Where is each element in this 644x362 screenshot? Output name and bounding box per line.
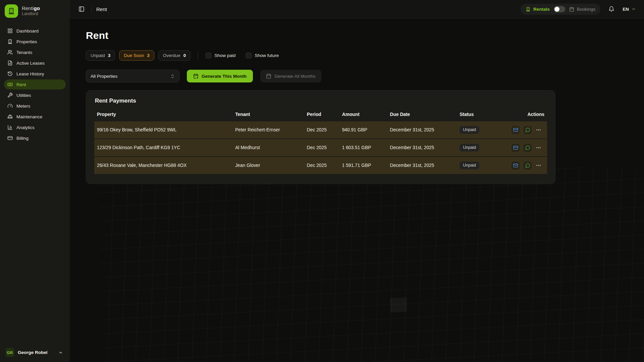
more-actions-icon [536, 145, 541, 150]
filter-divider [198, 51, 198, 60]
status-badge: Unpaid [460, 162, 479, 169]
message-action-button[interactable] [523, 161, 532, 170]
cell-tenant: Jean Glover [232, 157, 304, 174]
show-future-toggle[interactable]: Show future [246, 53, 279, 58]
column-header-period: Period [304, 108, 339, 121]
sidebar-item-rent[interactable]: Rent [4, 79, 66, 89]
row-menu-button[interactable] [535, 161, 542, 170]
message-action-button[interactable] [523, 125, 532, 135]
sidebar-item-label: Meters [16, 104, 30, 109]
show-paid-checkbox[interactable] [206, 53, 211, 58]
chevrons-up-down-icon [170, 74, 175, 79]
banknote-icon [7, 82, 13, 87]
building-icon [526, 7, 531, 12]
column-header-due-date: Due Date [387, 108, 457, 121]
main-area: Rent Rentals Bookings [70, 0, 644, 362]
more-actions-icon [536, 127, 541, 133]
chevron-up-icon [58, 350, 63, 355]
row-menu-button[interactable] [535, 126, 542, 134]
sidebar: Rentigo Landlord Dashboard Properties Te… [0, 0, 70, 362]
message-action-button[interactable] [523, 143, 532, 153]
cell-period: Dec 2025 [304, 157, 339, 174]
show-paid-toggle[interactable]: Show paid [206, 53, 235, 58]
sidebar-item-maintenance[interactable]: Maintenance [4, 112, 66, 122]
generate-all-months-button[interactable]: Generate All Months [260, 70, 321, 82]
rent-payments-table: Property Tenant Period Amount Due Date S… [94, 107, 547, 175]
page-title: Rent [86, 30, 628, 41]
sidebar-item-dashboard[interactable]: Dashboard [4, 26, 66, 36]
filter-chip-overdue[interactable]: Overdue 0 [158, 50, 191, 61]
filter-chip-label: Due Soon [124, 53, 144, 58]
cell-period: Dec 2025 [304, 121, 339, 138]
history-icon [7, 71, 13, 76]
show-paid-label: Show paid [214, 53, 235, 58]
sidebar-item-properties[interactable]: Properties [4, 37, 66, 47]
user-name: George Robel [18, 350, 55, 355]
sidebar-item-utilities[interactable]: Utilities [4, 90, 66, 100]
show-future-label: Show future [255, 53, 279, 58]
mail-icon [513, 127, 518, 132]
email-action-button[interactable] [511, 125, 520, 135]
cell-actions [507, 121, 547, 138]
calendar-plus-icon [193, 73, 199, 79]
sidebar-item-analytics[interactable]: Analytics [4, 122, 66, 132]
mode-bookings[interactable]: Bookings [569, 7, 596, 12]
sidebar-item-label: Billing [16, 136, 29, 141]
sidebar-toggle-button[interactable] [76, 4, 87, 14]
property-select[interactable]: All Properties [86, 70, 179, 82]
mode-toggle[interactable] [554, 6, 565, 12]
chevron-down-icon [631, 7, 636, 11]
brand-subtitle: Landlord [22, 11, 40, 17]
cell-due-date: December 31st, 2025 [387, 121, 457, 138]
filter-row: Unpaid 3 Due Soon 3 Overdue 0 Show paid [86, 50, 628, 61]
message-circle-icon [525, 163, 530, 168]
message-circle-icon [525, 145, 530, 150]
language-selector[interactable]: EN [623, 7, 636, 12]
topbar: Rent Rentals Bookings [70, 0, 644, 18]
mode-bookings-label: Bookings [577, 7, 596, 12]
cell-amount: 1 603.51 GBP [339, 139, 387, 156]
generate-this-month-button[interactable]: Generate This Month [187, 70, 253, 82]
generate-this-month-label: Generate This Month [202, 74, 247, 79]
cell-status: Unpaid [457, 121, 507, 138]
gauge-icon [7, 103, 13, 109]
filter-chip-due-soon[interactable]: Due Soon 3 [119, 50, 154, 61]
show-future-checkbox[interactable] [246, 53, 252, 58]
email-action-button[interactable] [511, 161, 520, 170]
email-action-button[interactable] [511, 143, 520, 153]
sidebar-item-label: Tenants [16, 50, 32, 55]
status-badge: Unpaid [460, 144, 479, 152]
filter-chip-count: 3 [108, 53, 111, 58]
more-actions-icon [536, 163, 541, 168]
users-icon [7, 50, 13, 55]
sidebar-item-lease-history[interactable]: Lease History [4, 69, 66, 79]
mode-rentals[interactable]: Rentals [526, 7, 550, 12]
topbar-title: Rent [96, 6, 107, 12]
language-code: EN [623, 7, 629, 12]
sidebar-item-meters[interactable]: Meters [4, 101, 66, 111]
table-row: 26/43 Roxane Vale, Manchester HG88 4OX J… [94, 157, 547, 174]
bar-chart-icon [7, 125, 13, 130]
cell-tenant: Peter Reichert-Ernser [232, 121, 304, 138]
sidebar-item-label: Analytics [16, 125, 35, 130]
cell-amount: 940.91 GBP [339, 121, 387, 138]
credit-card-icon [7, 135, 13, 141]
notifications-button[interactable] [607, 5, 616, 13]
filter-chip-count: 0 [183, 53, 186, 58]
row-menu-button[interactable] [535, 143, 542, 152]
column-header-status: Status [457, 108, 507, 121]
sidebar-item-tenants[interactable]: Tenants [4, 47, 66, 57]
card-title: Rent Payments [94, 98, 547, 104]
sidebar-item-label: Utilities [16, 93, 31, 98]
filter-chip-unpaid[interactable]: Unpaid 3 [86, 50, 115, 61]
toggle-knob [554, 7, 559, 12]
sidebar-item-label: Maintenance [16, 114, 42, 119]
topbar-divider [91, 5, 92, 13]
sidebar-item-billing[interactable]: Billing [4, 133, 66, 143]
sidebar-item-active-leases[interactable]: Active Leases [4, 58, 66, 68]
sidebar-nav: Dashboard Properties Tenants Active Leas… [0, 22, 70, 143]
file-text-icon [7, 60, 13, 66]
user-menu[interactable]: GR George Robel [0, 344, 70, 362]
filter-chip-label: Overdue [163, 53, 180, 58]
dashboard-icon [7, 28, 13, 34]
